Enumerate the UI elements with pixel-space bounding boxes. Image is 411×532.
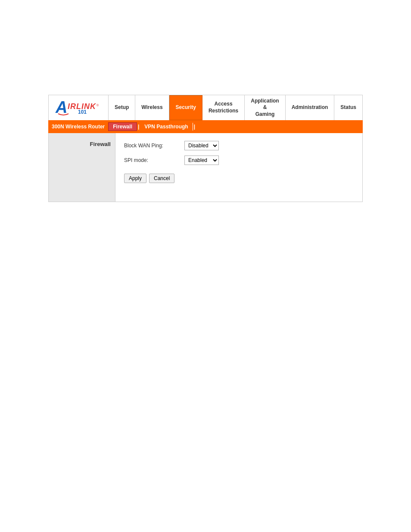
svg-text:A: A [55, 98, 67, 116]
nav-tab-administration[interactable]: Administration [286, 95, 335, 120]
nav-tab-status[interactable]: Status [334, 95, 362, 120]
content-area: Block WAN Ping: Disabled Enabled SPI mod… [115, 133, 362, 202]
sidebar: Firewall [49, 133, 115, 202]
nav-tab-application-gaming[interactable]: Application &Gaming [245, 95, 285, 120]
block-wan-ping-select[interactable]: Disabled Enabled [184, 141, 219, 150]
airlink-logo: A IRLINK ® 101 [55, 98, 102, 117]
header: A IRLINK ® 101 Setup Wireless [48, 95, 363, 120]
block-wan-ping-label: Block WAN Ping: [124, 143, 184, 149]
spi-mode-select[interactable]: Enabled Disabled [184, 156, 219, 165]
nav-tab-security[interactable]: Security [169, 95, 202, 120]
nav-tab-wireless[interactable]: Wireless [135, 95, 169, 120]
router-ui: A IRLINK ® 101 Setup Wireless [48, 95, 363, 202]
svg-text:®: ® [97, 104, 99, 107]
svg-text:101: 101 [78, 109, 87, 115]
nav-tabs: Setup Wireless Security AccessRestrictio… [109, 95, 362, 120]
button-row: Apply Cancel [124, 174, 354, 183]
breadcrumb-bar: 300N Wireless Router Firewall | VPN Pass… [48, 120, 363, 133]
breadcrumb-title: 300N Wireless Router [52, 124, 108, 130]
sub-tab-vpn-passthrough[interactable]: VPN Passthrough [140, 123, 193, 131]
nav-tab-setup[interactable]: Setup [109, 95, 135, 120]
block-wan-ping-row: Block WAN Ping: Disabled Enabled [124, 141, 354, 150]
spi-mode-label: SPI mode: [124, 157, 184, 163]
nav-tab-access-restrictions[interactable]: AccessRestrictions [202, 95, 245, 120]
cancel-button[interactable]: Cancel [149, 174, 174, 183]
page-wrapper: A IRLINK ® 101 Setup Wireless [0, 0, 411, 202]
sub-tabs: Firewall | VPN Passthrough | [108, 122, 196, 131]
sub-tab-firewall[interactable]: Firewall [108, 122, 137, 131]
main-content: Firewall Block WAN Ping: Disabled Enable… [48, 133, 363, 202]
apply-button[interactable]: Apply [124, 174, 146, 183]
sidebar-heading: Firewall [90, 141, 111, 147]
spi-mode-row: SPI mode: Enabled Disabled [124, 156, 354, 165]
logo-area: A IRLINK ® 101 [49, 95, 109, 120]
